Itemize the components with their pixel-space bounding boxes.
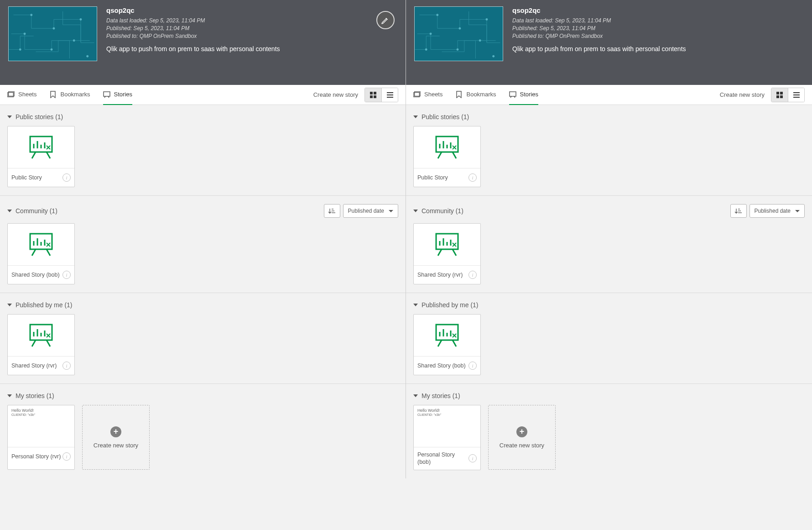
story-thumbnail bbox=[414, 224, 480, 266]
list-view-button[interactable] bbox=[788, 88, 804, 102]
app-title: qsop2qc bbox=[106, 6, 280, 14]
app-meta-published: Published: Sep 5, 2023, 11:04 PM bbox=[512, 25, 686, 32]
app-description: Qlik app to push from on prem to saas wi… bbox=[512, 45, 686, 52]
story-thumbnail: Hello World! CLIENTID: "x3b" bbox=[414, 405, 480, 447]
grid-view-button[interactable] bbox=[365, 88, 381, 102]
tab-label-stories: Stories bbox=[114, 91, 132, 98]
info-icon[interactable]: i bbox=[62, 271, 71, 279]
section-my-stories: My stories (1) Hello World! CLIENTID: "x… bbox=[406, 384, 812, 478]
info-icon[interactable]: i bbox=[62, 362, 71, 370]
sort-field-dropdown[interactable]: Published date bbox=[343, 204, 398, 218]
story-thumbnail bbox=[414, 315, 480, 357]
app-meta-published: Published: Sep 5, 2023, 11:04 PM bbox=[106, 25, 280, 32]
section-title: Published by me (1) bbox=[16, 301, 73, 309]
section-community: Community (1) Published date bbox=[406, 196, 812, 293]
sort-icon bbox=[328, 208, 336, 214]
create-new-story-link[interactable]: Create new story bbox=[313, 91, 358, 98]
tab-bar: Sheets Bookmarks Stories Create new stor… bbox=[0, 85, 406, 105]
story-card-community[interactable]: Shared Story (bob) i bbox=[7, 223, 75, 284]
chevron-down-icon bbox=[795, 210, 800, 212]
bookmark-icon bbox=[455, 91, 463, 98]
tab-label-bookmarks: Bookmarks bbox=[60, 91, 90, 98]
section-header-my-stories[interactable]: My stories (1) bbox=[7, 388, 398, 405]
tab-stories[interactable]: Stories bbox=[103, 85, 132, 105]
info-icon[interactable]: i bbox=[62, 452, 71, 461]
app-thumbnail bbox=[414, 6, 503, 61]
create-new-story-link[interactable]: Create new story bbox=[720, 91, 765, 98]
section-header-published-by-me[interactable]: Published by me (1) bbox=[413, 298, 805, 314]
grid-icon bbox=[776, 91, 783, 99]
info-icon[interactable]: i bbox=[468, 362, 477, 370]
collapse-icon bbox=[7, 210, 12, 212]
app-header-info: qsop2qc Data last loaded: Sep 5, 2023, 1… bbox=[106, 6, 280, 61]
tab-bar: Sheets Bookmarks Stories Create new stor… bbox=[406, 85, 812, 105]
list-view-button[interactable] bbox=[381, 88, 398, 102]
info-icon[interactable]: i bbox=[468, 271, 477, 279]
app-meta-loaded: Data last loaded: Sep 5, 2023, 11:04 PM bbox=[512, 17, 686, 25]
sort-field-dropdown[interactable]: Published date bbox=[750, 204, 805, 218]
sort-field-label: Published date bbox=[755, 208, 791, 214]
story-thumbnail bbox=[8, 224, 74, 266]
preview-line-1: Hello World! bbox=[417, 408, 440, 413]
create-new-story-card[interactable]: + Create new story bbox=[82, 405, 150, 470]
tab-stories[interactable]: Stories bbox=[509, 85, 538, 105]
section-header-community[interactable]: Community (1) Published date bbox=[413, 200, 805, 223]
app-title: qsop2qc bbox=[512, 6, 686, 14]
section-title: Published by me (1) bbox=[422, 301, 479, 309]
tab-label-stories: Stories bbox=[520, 91, 538, 98]
story-card-label: Personal Story (bob) bbox=[417, 451, 468, 466]
edit-button[interactable] bbox=[376, 11, 395, 29]
tab-sheets[interactable]: Sheets bbox=[413, 85, 442, 105]
tab-bookmarks[interactable]: Bookmarks bbox=[49, 85, 90, 105]
tab-label-sheets: Sheets bbox=[424, 91, 442, 98]
sort-order-button[interactable] bbox=[324, 204, 340, 218]
app-meta-loaded: Data last loaded: Sep 5, 2023, 11:04 PM bbox=[106, 17, 280, 25]
story-card-label: Public Story bbox=[11, 174, 42, 181]
section-header-my-stories[interactable]: My stories (1) bbox=[413, 388, 805, 405]
story-card-public[interactable]: Public Story i bbox=[413, 126, 481, 187]
app-header: qsop2qc Data last loaded: Sep 5, 2023, 1… bbox=[0, 0, 406, 85]
app-header: qsop2qc Data last loaded: Sep 5, 2023, 1… bbox=[406, 0, 812, 85]
list-icon bbox=[386, 91, 394, 99]
section-title: My stories (1) bbox=[422, 392, 460, 399]
pencil-icon bbox=[381, 16, 390, 24]
plus-icon: + bbox=[516, 426, 527, 437]
story-card-public[interactable]: Public Story i bbox=[7, 126, 75, 187]
info-icon[interactable]: i bbox=[468, 173, 477, 182]
story-thumbnail bbox=[8, 315, 74, 357]
tab-sheets[interactable]: Sheets bbox=[7, 85, 36, 105]
info-icon[interactable]: i bbox=[468, 454, 477, 462]
sort-order-button[interactable] bbox=[730, 204, 747, 218]
story-icon bbox=[103, 91, 110, 98]
section-my-stories: My stories (1) Hello World! CLIENTID: "x… bbox=[0, 384, 406, 478]
tab-bookmarks[interactable]: Bookmarks bbox=[455, 85, 496, 105]
section-header-public[interactable]: Public stories (1) bbox=[7, 110, 398, 126]
preview-line-1: Hello World! bbox=[11, 408, 34, 413]
section-title: My stories (1) bbox=[16, 392, 54, 399]
story-card-personal[interactable]: Hello World! CLIENTID: "x3b" Personal St… bbox=[7, 405, 75, 470]
section-public-stories: Public stories (1) Public Story i bbox=[0, 105, 406, 196]
story-icon bbox=[509, 91, 516, 98]
story-card-published-by-me[interactable]: Shared Story (bob) i bbox=[413, 314, 481, 375]
section-header-published-by-me[interactable]: Published by me (1) bbox=[7, 298, 398, 314]
section-header-public[interactable]: Public stories (1) bbox=[413, 110, 805, 126]
section-header-community[interactable]: Community (1) Published date bbox=[7, 200, 398, 223]
list-icon bbox=[793, 91, 800, 99]
story-card-published-by-me[interactable]: Shared Story (rvr) i bbox=[7, 314, 75, 375]
story-card-community[interactable]: Shared Story (rvr) i bbox=[413, 223, 481, 284]
view-toggle bbox=[364, 88, 398, 102]
app-thumbnail bbox=[8, 6, 97, 61]
create-new-story-card[interactable]: + Create new story bbox=[488, 405, 556, 470]
plus-icon: + bbox=[110, 426, 121, 437]
sort-field-label: Published date bbox=[348, 208, 384, 214]
story-card-personal[interactable]: Hello World! CLIENTID: "x3b" Personal St… bbox=[413, 405, 481, 470]
grid-view-button[interactable] bbox=[771, 88, 788, 102]
collapse-icon bbox=[413, 394, 418, 397]
info-icon[interactable]: i bbox=[62, 173, 71, 182]
section-title: Public stories (1) bbox=[422, 113, 469, 121]
easel-icon bbox=[27, 323, 55, 348]
story-card-label: Shared Story (bob) bbox=[417, 362, 466, 369]
preview-line-2: CLIENTID: "x3b" bbox=[11, 413, 71, 417]
grid-icon bbox=[370, 91, 377, 99]
app-meta-published-to: Published to: QMP OnPrem Sandbox bbox=[106, 32, 280, 40]
